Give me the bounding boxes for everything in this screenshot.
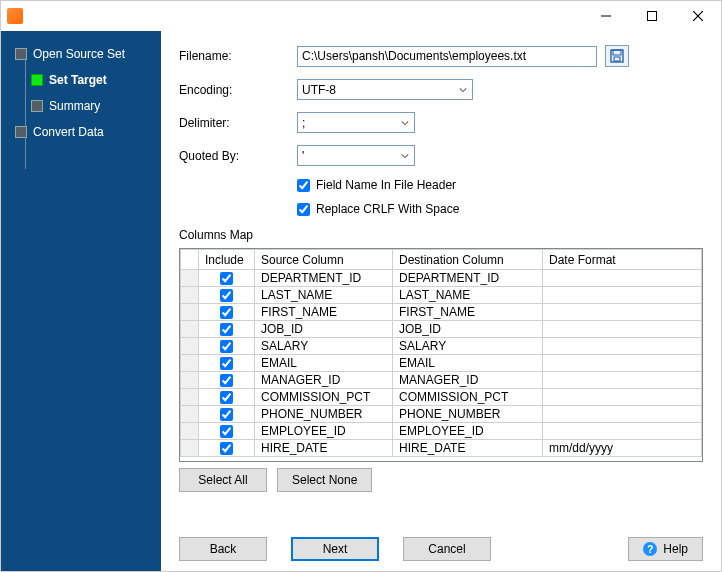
delimiter-combo[interactable] bbox=[297, 112, 415, 133]
include-checkbox[interactable] bbox=[220, 408, 233, 421]
include-cell[interactable] bbox=[199, 321, 255, 338]
table-row[interactable]: MANAGER_IDMANAGER_ID bbox=[181, 372, 702, 389]
maximize-button[interactable] bbox=[629, 1, 675, 31]
include-checkbox[interactable] bbox=[220, 374, 233, 387]
include-cell[interactable] bbox=[199, 270, 255, 287]
date-header[interactable]: Date Format bbox=[543, 250, 702, 270]
include-header[interactable]: Include bbox=[199, 250, 255, 270]
select-all-button[interactable]: Select All bbox=[179, 468, 267, 492]
destination-cell[interactable]: SALARY bbox=[393, 338, 543, 355]
include-checkbox[interactable] bbox=[220, 306, 233, 319]
destination-cell[interactable]: HIRE_DATE bbox=[393, 440, 543, 457]
quotedby-combo[interactable] bbox=[297, 145, 415, 166]
date-cell[interactable] bbox=[543, 372, 702, 389]
cancel-button[interactable]: Cancel bbox=[403, 537, 491, 561]
destination-cell[interactable]: JOB_ID bbox=[393, 321, 543, 338]
columns-actions: Select All Select None bbox=[179, 468, 703, 492]
table-row[interactable]: HIRE_DATEHIRE_DATEmm/dd/yyyy bbox=[181, 440, 702, 457]
encoding-input[interactable] bbox=[297, 79, 473, 100]
include-checkbox[interactable] bbox=[220, 357, 233, 370]
table-row[interactable]: LAST_NAMELAST_NAME bbox=[181, 287, 702, 304]
select-none-button[interactable]: Select None bbox=[277, 468, 372, 492]
source-cell[interactable]: EMPLOYEE_ID bbox=[255, 423, 393, 440]
encoding-label: Encoding: bbox=[179, 83, 297, 97]
include-cell[interactable] bbox=[199, 287, 255, 304]
include-checkbox[interactable] bbox=[220, 425, 233, 438]
wizard-nav: Back Next Cancel ? Help bbox=[179, 527, 703, 561]
date-cell[interactable] bbox=[543, 287, 702, 304]
source-cell[interactable]: SALARY bbox=[255, 338, 393, 355]
table-row[interactable]: DEPARTMENT_IDDEPARTMENT_ID bbox=[181, 270, 702, 287]
include-checkbox[interactable] bbox=[220, 323, 233, 336]
dialog-window: Open Source Set Set Target Summary Conve… bbox=[0, 0, 722, 572]
destination-cell[interactable]: EMAIL bbox=[393, 355, 543, 372]
row-header-cell bbox=[181, 321, 199, 338]
include-cell[interactable] bbox=[199, 355, 255, 372]
include-checkbox[interactable] bbox=[220, 340, 233, 353]
row-header-cell bbox=[181, 287, 199, 304]
minimize-button[interactable] bbox=[583, 1, 629, 31]
date-cell[interactable] bbox=[543, 389, 702, 406]
encoding-combo[interactable] bbox=[297, 79, 473, 100]
date-cell[interactable] bbox=[543, 423, 702, 440]
replacecrlf-checkbox[interactable] bbox=[297, 203, 310, 216]
destination-cell[interactable]: EMPLOYEE_ID bbox=[393, 423, 543, 440]
source-cell[interactable]: COMMISSION_PCT bbox=[255, 389, 393, 406]
source-cell[interactable]: EMAIL bbox=[255, 355, 393, 372]
source-cell[interactable]: MANAGER_ID bbox=[255, 372, 393, 389]
source-cell[interactable]: PHONE_NUMBER bbox=[255, 406, 393, 423]
back-button[interactable]: Back bbox=[179, 537, 267, 561]
browse-button[interactable] bbox=[605, 45, 629, 67]
include-checkbox[interactable] bbox=[220, 442, 233, 455]
row-header-cell bbox=[181, 440, 199, 457]
date-cell[interactable] bbox=[543, 270, 702, 287]
table-row[interactable]: EMPLOYEE_IDEMPLOYEE_ID bbox=[181, 423, 702, 440]
include-checkbox[interactable] bbox=[220, 272, 233, 285]
include-cell[interactable] bbox=[199, 372, 255, 389]
include-cell[interactable] bbox=[199, 406, 255, 423]
include-cell[interactable] bbox=[199, 304, 255, 321]
step-label: Convert Data bbox=[33, 125, 104, 139]
date-cell[interactable] bbox=[543, 355, 702, 372]
table-row[interactable]: PHONE_NUMBERPHONE_NUMBER bbox=[181, 406, 702, 423]
table-row[interactable]: EMAILEMAIL bbox=[181, 355, 702, 372]
destination-cell[interactable]: LAST_NAME bbox=[393, 287, 543, 304]
table-row[interactable]: JOB_IDJOB_ID bbox=[181, 321, 702, 338]
source-cell[interactable]: JOB_ID bbox=[255, 321, 393, 338]
source-cell[interactable]: FIRST_NAME bbox=[255, 304, 393, 321]
source-cell[interactable]: DEPARTMENT_ID bbox=[255, 270, 393, 287]
include-checkbox[interactable] bbox=[220, 289, 233, 302]
filename-input[interactable] bbox=[297, 46, 597, 67]
include-cell[interactable] bbox=[199, 338, 255, 355]
table-row[interactable]: SALARYSALARY bbox=[181, 338, 702, 355]
delimiter-input[interactable] bbox=[297, 112, 415, 133]
quotedby-input[interactable] bbox=[297, 145, 415, 166]
date-cell[interactable] bbox=[543, 406, 702, 423]
destination-cell[interactable]: DEPARTMENT_ID bbox=[393, 270, 543, 287]
close-button[interactable] bbox=[675, 1, 721, 31]
table-row[interactable]: FIRST_NAMEFIRST_NAME bbox=[181, 304, 702, 321]
next-button[interactable]: Next bbox=[291, 537, 379, 561]
help-button[interactable]: ? Help bbox=[628, 537, 703, 561]
destination-header[interactable]: Destination Column bbox=[393, 250, 543, 270]
destination-cell[interactable]: PHONE_NUMBER bbox=[393, 406, 543, 423]
row-header-cell bbox=[181, 270, 199, 287]
date-cell[interactable] bbox=[543, 338, 702, 355]
destination-cell[interactable]: FIRST_NAME bbox=[393, 304, 543, 321]
help-label: Help bbox=[663, 542, 688, 556]
include-cell[interactable] bbox=[199, 389, 255, 406]
include-cell[interactable] bbox=[199, 440, 255, 457]
destination-cell[interactable]: COMMISSION_PCT bbox=[393, 389, 543, 406]
fieldname-checkbox[interactable] bbox=[297, 179, 310, 192]
date-cell[interactable] bbox=[543, 321, 702, 338]
source-cell[interactable]: HIRE_DATE bbox=[255, 440, 393, 457]
include-checkbox[interactable] bbox=[220, 391, 233, 404]
include-cell[interactable] bbox=[199, 423, 255, 440]
source-header[interactable]: Source Column bbox=[255, 250, 393, 270]
table-row[interactable]: COMMISSION_PCTCOMMISSION_PCT bbox=[181, 389, 702, 406]
date-cell[interactable] bbox=[543, 304, 702, 321]
source-cell[interactable]: LAST_NAME bbox=[255, 287, 393, 304]
destination-cell[interactable]: MANAGER_ID bbox=[393, 372, 543, 389]
step-label: Set Target bbox=[49, 73, 107, 87]
date-cell[interactable]: mm/dd/yyyy bbox=[543, 440, 702, 457]
